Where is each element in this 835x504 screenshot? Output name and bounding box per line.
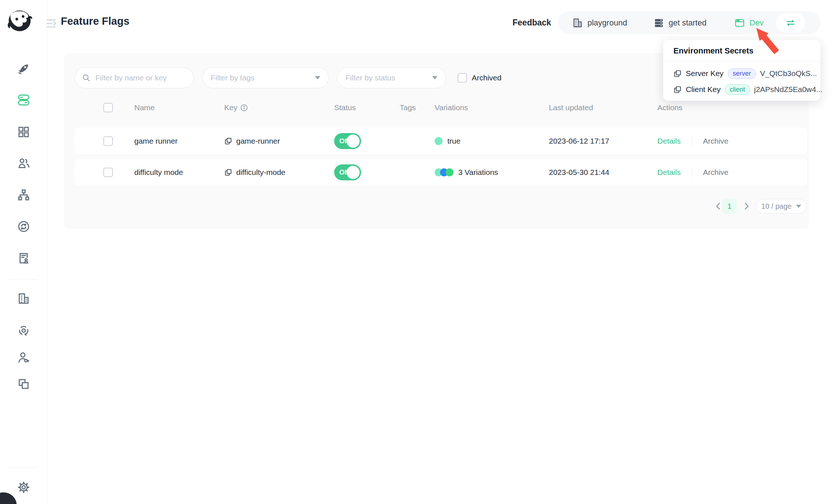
sidebar-item-access-keys[interactable] xyxy=(16,350,31,365)
sidebar-item-organization[interactable] xyxy=(16,291,31,306)
popup-title: Environment Secrets xyxy=(673,46,753,56)
header-actions: Actions xyxy=(657,100,682,115)
sidebar-item-segments[interactable] xyxy=(16,188,31,202)
copy-icon[interactable] xyxy=(673,69,682,78)
caret-down-icon xyxy=(432,76,438,80)
sidebar-divider xyxy=(9,467,38,468)
status-toggle-on[interactable]: ON xyxy=(334,164,361,180)
hierarchy-icon xyxy=(17,188,30,201)
header-key: Key xyxy=(224,100,248,115)
users-icon xyxy=(17,157,30,170)
table-row-game-runner: game runner game-runner ON true xyxy=(75,128,807,154)
app-logo[interactable] xyxy=(6,9,33,34)
archive-link[interactable]: Archive xyxy=(703,137,728,145)
select-all-cell xyxy=(103,100,113,115)
flag-key-cell: difficulty-mode xyxy=(224,159,285,185)
details-link[interactable]: Details xyxy=(657,137,681,145)
actions-cell: Details Archive xyxy=(657,159,728,185)
top-nav-pill: playground get started Dev xyxy=(558,11,820,34)
status-filter-select[interactable]: Filter by status xyxy=(337,67,446,88)
status-cell: ON xyxy=(334,128,361,154)
feedback-button[interactable]: Feedback xyxy=(513,18,551,28)
switch-environment-button[interactable] xyxy=(776,13,805,32)
server-key-value: V_QtCb3oQkS... xyxy=(760,69,817,78)
nav-playground[interactable]: playground xyxy=(572,11,627,34)
tags-filter-select[interactable]: Filter by tags xyxy=(202,67,329,88)
variations-cell: true xyxy=(435,128,460,154)
sidebar-item-audit-logs[interactable] xyxy=(16,251,31,265)
header-variations: Variations xyxy=(435,100,468,115)
toggle-knob xyxy=(347,135,360,148)
sidebar-item-get-started[interactable] xyxy=(16,61,31,76)
actions-separator xyxy=(692,168,692,177)
variation-dots xyxy=(435,137,443,145)
status-toggle-on[interactable]: ON xyxy=(334,133,361,149)
audit-log-icon xyxy=(17,252,30,265)
building-icon xyxy=(572,17,583,28)
info-icon[interactable] xyxy=(240,104,248,112)
search-input[interactable] xyxy=(95,73,179,82)
server-stack-icon xyxy=(653,17,664,28)
copy-icon[interactable] xyxy=(673,85,682,94)
sidebar-collapse-button[interactable] xyxy=(46,18,58,29)
nav-playground-label: playground xyxy=(587,18,627,28)
grid-icon xyxy=(17,125,30,139)
sidebar-item-settings[interactable] xyxy=(16,480,31,495)
chat-bubble-corner[interactable] xyxy=(0,492,17,504)
gear-icon xyxy=(17,481,30,494)
row-checkbox[interactable] xyxy=(103,168,113,177)
rocket-icon xyxy=(17,62,30,75)
server-key-row: Server Key server V_QtCb3oQkS... xyxy=(673,66,815,81)
header-name: Name xyxy=(134,100,155,115)
header-tags: Tags xyxy=(400,100,416,115)
pagination-prev-button[interactable] xyxy=(713,199,723,213)
row-checkbox-cell xyxy=(103,128,113,154)
copy-icon[interactable] xyxy=(224,168,232,176)
flag-key: game-runner xyxy=(236,137,280,145)
row-checkbox[interactable] xyxy=(103,136,113,146)
nav-environment-label: Dev xyxy=(749,18,764,28)
page-title: Feature Flags xyxy=(61,15,130,27)
nav-get-started[interactable]: get started xyxy=(653,11,707,34)
client-key-row: Client Key client j2APsNdZ5Ea0w4... xyxy=(673,82,815,97)
feature-flag-toggles-icon xyxy=(17,93,30,107)
sidebar-item-feature-flags-active[interactable] xyxy=(16,93,31,107)
user-key-icon xyxy=(17,351,30,364)
client-key-value: j2APsNdZ5Ea0w4... xyxy=(754,85,823,94)
variation-dots xyxy=(435,168,454,176)
variation-label: 3 Variations xyxy=(458,168,498,177)
flag-key-cell: game-runner xyxy=(224,128,280,154)
caret-down-icon xyxy=(796,205,801,208)
header-key-label: Key xyxy=(224,103,237,112)
archived-checkbox[interactable] xyxy=(458,73,467,83)
nav-environment-dev[interactable]: Dev xyxy=(734,11,764,34)
sidebar-item-iam[interactable] xyxy=(16,323,31,338)
sidebar-item-integrations[interactable] xyxy=(16,377,31,391)
details-link[interactable]: Details xyxy=(657,168,681,177)
variation-dot xyxy=(435,137,443,145)
tags-filter-placeholder: Filter by tags xyxy=(211,73,254,82)
environment-secrets-popup: Environment Secrets Server Key server V_… xyxy=(663,40,820,101)
archived-label: Archived xyxy=(472,73,502,82)
variation-dot xyxy=(446,168,454,176)
flag-key: difficulty-mode xyxy=(236,168,285,177)
status-cell: ON xyxy=(334,159,361,185)
server-badge: server xyxy=(728,68,756,79)
server-key-label: Server Key xyxy=(686,69,724,78)
archive-link[interactable]: Archive xyxy=(703,168,728,177)
flag-name: difficulty mode xyxy=(134,159,183,185)
sidebar-item-users[interactable] xyxy=(16,156,31,171)
pagination-next-button[interactable] xyxy=(742,199,752,213)
target-icon xyxy=(17,324,30,337)
page-size-select[interactable]: 10 / page xyxy=(756,199,807,213)
table-header: Name Key Status Tags Variations Last upd… xyxy=(64,100,809,115)
header-last-updated: Last updated xyxy=(549,100,593,115)
header-status: Status xyxy=(334,100,356,115)
building-icon xyxy=(17,292,30,305)
pagination-page-1[interactable]: 1 xyxy=(722,199,737,213)
table-row-difficulty-mode: difficulty mode difficulty-mode ON xyxy=(75,159,807,185)
copy-icon[interactable] xyxy=(224,137,232,145)
select-all-checkbox[interactable] xyxy=(103,103,113,112)
sidebar-item-experiments[interactable] xyxy=(16,219,31,234)
sidebar-item-dashboard[interactable] xyxy=(16,125,31,139)
